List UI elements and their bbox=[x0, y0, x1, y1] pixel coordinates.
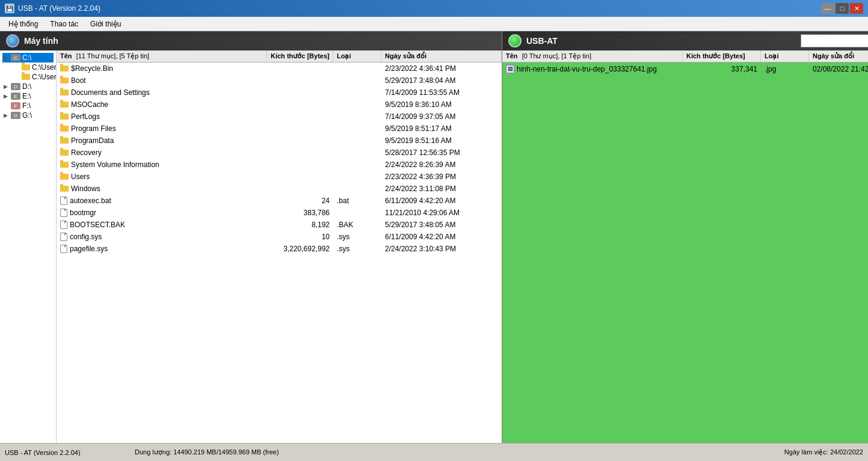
search-input[interactable] bbox=[801, 34, 868, 47]
title-bar-left: 💾 USB - AT (Version 2.2.04) bbox=[5, 4, 100, 13]
menu-thao-tac[interactable]: Thao tác bbox=[44, 19, 84, 29]
main-container: Máy tính ▶ C C:\ C:\Users\Admin\Desktop bbox=[0, 31, 868, 443]
file-type-cell: .bat bbox=[333, 195, 381, 206]
left-content: ▶ C C:\ C:\Users\Admin\Desktop C:\Users\… bbox=[0, 50, 502, 443]
table-row[interactable]: PerfLogs7/14/2009 9:37:05 AM bbox=[57, 111, 502, 123]
file-type-cell bbox=[333, 163, 381, 166]
table-row[interactable]: Recovery5/28/2017 12:56:35 PM bbox=[57, 147, 502, 159]
title-bar-buttons: — □ ✕ bbox=[821, 3, 863, 14]
file-size-cell: 337,341 bbox=[683, 64, 761, 75]
right-panel: USB-AT 🔍 Tên [0 Thư mục], [1 Tệp tin] Kí… bbox=[502, 31, 868, 443]
table-row[interactable]: System Volume Information2/24/2022 8:26:… bbox=[57, 159, 502, 171]
app-icon: 💾 bbox=[5, 4, 14, 13]
file-size-cell bbox=[267, 176, 333, 178]
right-col-header-type[interactable]: Loại bbox=[761, 50, 809, 62]
table-row[interactable]: autoexec.bat24.bat6/11/2009 4:42:20 AM bbox=[57, 195, 502, 207]
file-type-cell: .BAK bbox=[333, 219, 381, 230]
menu-he-thong[interactable]: Hệ thống bbox=[2, 19, 44, 29]
table-row[interactable]: pagefile.sys3,220,692,992.sys2/24/2022 3… bbox=[57, 243, 502, 255]
table-row[interactable]: Documents and Settings7/14/2009 11:53:55… bbox=[57, 87, 502, 99]
folder-icon bbox=[60, 174, 69, 180]
tree-item-e[interactable]: ▶ E E:\ bbox=[2, 91, 54, 101]
file-size-cell bbox=[267, 115, 333, 118]
tree-item-d[interactable]: ▶ D D:\ bbox=[2, 82, 54, 91]
table-row[interactable]: bootmgr383,78611/21/2010 4:29:06 AM bbox=[57, 207, 502, 219]
table-row[interactable]: MSOCache9/5/2019 8:36:10 AM bbox=[57, 99, 502, 111]
tree-item-label: C:\Users\Admin\Documents bbox=[32, 73, 57, 81]
file-size-cell: 10 bbox=[267, 231, 333, 242]
table-row[interactable]: Boot5/29/2017 3:48:04 AM bbox=[57, 75, 502, 87]
table-row[interactable]: $Recycle.Bin2/23/2022 4:36:41 PM bbox=[57, 63, 502, 75]
file-name-cell: autoexec.bat bbox=[57, 195, 267, 206]
table-row[interactable]: Program Files9/5/2019 8:51:17 AM bbox=[57, 123, 502, 135]
close-button[interactable]: ✕ bbox=[850, 3, 863, 14]
file-date-cell: 9/5/2019 8:51:17 AM bbox=[381, 123, 502, 134]
table-row[interactable]: 🖼hinh-nen-trai-dat-vu-tru-dep_033327641.… bbox=[502, 63, 868, 76]
table-row[interactable]: Users2/23/2022 4:36:39 PM bbox=[57, 171, 502, 183]
file-date-cell: 9/5/2019 8:36:10 AM bbox=[381, 99, 502, 110]
tree-item-c[interactable]: ▶ C C:\ bbox=[2, 53, 54, 63]
file-name-cell: $Recycle.Bin bbox=[57, 63, 267, 74]
file-date-cell: 6/11/2009 4:42:20 AM bbox=[381, 195, 502, 206]
file-type-cell bbox=[333, 103, 381, 106]
file-icon bbox=[60, 197, 67, 205]
file-icon bbox=[60, 233, 67, 241]
file-list-body: $Recycle.Bin2/23/2022 4:36:41 PMBoot5/29… bbox=[57, 63, 502, 443]
file-type-cell: .sys bbox=[333, 243, 381, 254]
file-list-header: Tên [11 Thư mục], [5 Tệp tin] Kích thước… bbox=[57, 50, 502, 63]
file-date-cell: 2/24/2022 3:11:08 PM bbox=[381, 183, 502, 194]
drive-icon: E bbox=[11, 93, 20, 100]
file-date-cell: 5/29/2017 3:48:05 AM bbox=[381, 219, 502, 230]
tree-item-f[interactable]: F F:\ bbox=[2, 101, 54, 111]
right-col-header-date[interactable]: Ngày sửa đổi bbox=[809, 50, 868, 62]
tree-item-desktop[interactable]: C:\Users\Admin\Desktop bbox=[2, 63, 54, 72]
expand-icon: ▶ bbox=[4, 112, 11, 118]
minimize-button[interactable]: — bbox=[821, 3, 834, 14]
file-size-cell: 3,220,692,992 bbox=[267, 243, 333, 254]
right-col-header-size[interactable]: Kích thước [Bytes] bbox=[683, 50, 761, 62]
table-row[interactable]: config.sys10.sys6/11/2009 4:42:20 AM bbox=[57, 231, 502, 243]
tree-item-label: G:\ bbox=[22, 111, 32, 120]
expand-icon: ▶ bbox=[4, 93, 11, 99]
folder-icon bbox=[60, 162, 69, 168]
folder-icon bbox=[60, 150, 69, 156]
file-name-cell: Boot bbox=[57, 75, 267, 86]
search-area: 🔍 bbox=[801, 34, 868, 47]
file-name-cell: config.sys bbox=[57, 231, 267, 242]
file-type-cell bbox=[333, 115, 381, 118]
file-type-cell bbox=[333, 176, 381, 178]
table-row[interactable]: ProgramData9/5/2019 8:51:16 AM bbox=[57, 135, 502, 147]
status-date: Ngày làm việc: 24/02/2022 bbox=[784, 448, 863, 456]
status-bar: USB - AT (Version 2.2.04) Dung lượng: 14… bbox=[0, 443, 868, 461]
file-name-cell: Users bbox=[57, 171, 267, 182]
tree-item-documents[interactable]: C:\Users\Admin\Documents bbox=[2, 72, 54, 82]
file-type-cell bbox=[333, 91, 381, 94]
col-header-name[interactable]: Tên [11 Thư mục], [5 Tệp tin] bbox=[57, 50, 267, 62]
file-date-cell: 9/5/2019 8:51:16 AM bbox=[381, 135, 502, 146]
file-name-cell: Documents and Settings bbox=[57, 87, 267, 98]
file-size-cell bbox=[267, 163, 333, 166]
tree-item-label: F:\ bbox=[22, 102, 31, 110]
menu-gioi-thieu[interactable]: Giới thiệu bbox=[84, 19, 127, 29]
right-panel-title: USB-AT bbox=[526, 36, 558, 46]
col-header-size[interactable]: Kích thước [Bytes] bbox=[267, 50, 333, 62]
tree-item-g[interactable]: ▶ G G:\ bbox=[2, 111, 54, 120]
file-size-cell: 24 bbox=[267, 195, 333, 206]
folder-icon bbox=[60, 78, 69, 84]
file-date-cell: 5/28/2017 12:56:35 PM bbox=[381, 147, 502, 158]
table-row[interactable]: BOOTSECT.BAK8,192.BAK5/29/2017 3:48:05 A… bbox=[57, 219, 502, 231]
image-icon: 🖼 bbox=[506, 65, 514, 73]
col-header-date[interactable]: Ngày sửa đổi bbox=[381, 50, 502, 62]
file-name-cell: PerfLogs bbox=[57, 111, 267, 122]
file-date-cell: 7/14/2009 9:37:05 AM bbox=[381, 111, 502, 122]
file-name-cell: MSOCache bbox=[57, 99, 267, 110]
file-size-cell: 8,192 bbox=[267, 219, 333, 230]
table-row[interactable]: Windows2/24/2022 3:11:08 PM bbox=[57, 183, 502, 195]
file-name-cell: Windows bbox=[57, 183, 267, 194]
left-panel-header: Máy tính bbox=[0, 31, 502, 50]
left-panel: Máy tính ▶ C C:\ C:\Users\Admin\Desktop bbox=[0, 31, 502, 443]
right-file-header: Tên [0 Thư mục], [1 Tệp tin] Kích thước … bbox=[502, 50, 868, 63]
maximize-button[interactable]: □ bbox=[836, 3, 849, 14]
col-header-type[interactable]: Loại bbox=[333, 50, 381, 62]
right-col-header-name[interactable]: Tên [0 Thư mục], [1 Tệp tin] bbox=[502, 50, 683, 62]
